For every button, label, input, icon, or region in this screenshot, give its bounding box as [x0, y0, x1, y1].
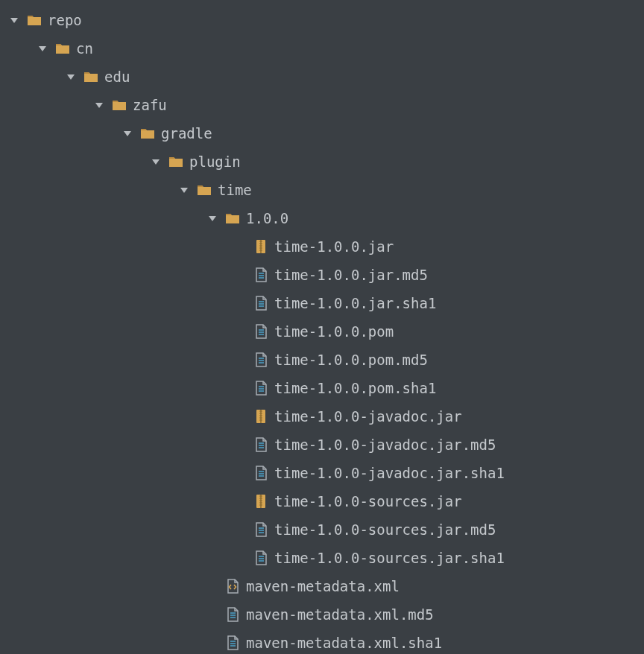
- svg-marker-6: [180, 188, 188, 193]
- arrow-placeholder: [204, 606, 221, 623]
- svg-marker-2: [67, 74, 75, 80]
- tree-row[interactable]: time-1.0.0-javadoc.jar.md5: [0, 431, 644, 459]
- file-icon: [252, 549, 270, 567]
- tree-row[interactable]: time-1.0.0.jar: [0, 232, 644, 261]
- expand-arrow-icon[interactable]: [91, 97, 107, 113]
- file-icon: [252, 294, 270, 312]
- tree-row[interactable]: time-1.0.0.pom.md5: [0, 346, 644, 374]
- tree-item-label: time-1.0.0-sources.jar.md5: [274, 521, 496, 538]
- file-icon: [224, 634, 242, 652]
- expand-arrow-icon[interactable]: [6, 12, 22, 28]
- tree-item-label: cn: [76, 40, 93, 57]
- tree-item-label: time-1.0.0.pom.md5: [274, 352, 428, 368]
- folder-icon: [167, 153, 185, 171]
- tree-item-label: time-1.0.0.jar.sha1: [274, 295, 436, 311]
- tree-item-label: time-1.0.0-javadoc.jar: [274, 408, 462, 425]
- tree-row[interactable]: time-1.0.0-sources.jar: [0, 487, 644, 515]
- tree-item-label: gradle: [161, 125, 212, 142]
- tree-row[interactable]: maven-metadata.xml.sha1: [0, 629, 644, 654]
- folder-icon: [224, 209, 242, 227]
- tree-item-label: plugin: [189, 153, 241, 170]
- expand-arrow-icon[interactable]: [176, 182, 192, 198]
- tree-row[interactable]: time-1.0.0-javadoc.jar.sha1: [0, 459, 644, 487]
- arrow-placeholder: [233, 408, 249, 425]
- tree-item-label: time-1.0.0-javadoc.jar.sha1: [274, 465, 505, 481]
- arrow-placeholder: [233, 436, 249, 453]
- expand-arrow-icon[interactable]: [63, 69, 79, 85]
- tree-item-label: time-1.0.0.jar.md5: [274, 267, 428, 283]
- tree-row[interactable]: repo: [0, 6, 644, 34]
- tree-item-label: 1.0.0: [246, 210, 288, 226]
- file-icon: [252, 351, 270, 369]
- tree-row[interactable]: plugin: [0, 147, 644, 176]
- arrow-placeholder: [204, 578, 221, 594]
- xml-icon: [224, 577, 242, 595]
- expand-arrow-icon[interactable]: [119, 125, 136, 142]
- tree-item-label: maven-metadata.xml: [246, 578, 400, 594]
- tree-row[interactable]: time-1.0.0.pom: [0, 317, 644, 346]
- tree-row[interactable]: 1.0.0: [0, 204, 644, 232]
- tree-item-label: edu: [104, 69, 130, 85]
- archive-icon: [252, 238, 270, 255]
- arrow-placeholder: [233, 493, 249, 509]
- tree-row[interactable]: time-1.0.0.pom.sha1: [0, 374, 644, 402]
- tree-item-label: time-1.0.0.pom.sha1: [274, 380, 436, 396]
- file-icon: [252, 464, 270, 482]
- tree-row[interactable]: maven-metadata.xml: [0, 572, 644, 600]
- folder-icon: [139, 124, 157, 142]
- tree-item-label: maven-metadata.xml.md5: [246, 606, 434, 623]
- arrow-placeholder: [204, 635, 221, 651]
- arrow-placeholder: [233, 323, 249, 340]
- arrow-placeholder: [233, 550, 249, 566]
- tree-row[interactable]: zafu: [0, 91, 644, 119]
- arrow-placeholder: [233, 238, 249, 255]
- folder-icon: [82, 68, 100, 86]
- archive-icon: [252, 492, 270, 510]
- tree-row[interactable]: time-1.0.0.jar.md5: [0, 261, 644, 289]
- arrow-placeholder: [233, 521, 249, 538]
- file-icon: [252, 323, 270, 340]
- file-icon: [252, 379, 270, 397]
- svg-marker-0: [10, 18, 18, 23]
- tree-item-label: time-1.0.0-sources.jar.sha1: [274, 550, 505, 566]
- folder-icon: [195, 181, 213, 199]
- arrow-placeholder: [233, 267, 249, 283]
- tree-row[interactable]: time-1.0.0.jar.sha1: [0, 289, 644, 317]
- tree-row[interactable]: cn: [0, 34, 644, 63]
- svg-marker-3: [95, 103, 103, 108]
- file-tree: repo cn edu zafu gradle plugin time 1.0.…: [0, 6, 644, 654]
- tree-row[interactable]: time-1.0.0-sources.jar.md5: [0, 515, 644, 544]
- arrow-placeholder: [233, 295, 249, 311]
- expand-arrow-icon[interactable]: [34, 40, 51, 57]
- tree-item-label: maven-metadata.xml.sha1: [246, 635, 442, 651]
- svg-marker-4: [124, 131, 131, 136]
- file-icon: [252, 436, 270, 454]
- tree-row[interactable]: time: [0, 176, 644, 204]
- tree-row[interactable]: maven-metadata.xml.md5: [0, 600, 644, 629]
- tree-item-label: time-1.0.0-javadoc.jar.md5: [274, 436, 496, 453]
- tree-row[interactable]: edu: [0, 63, 644, 91]
- folder-icon: [54, 39, 72, 57]
- file-icon: [252, 266, 270, 284]
- svg-marker-1: [39, 46, 46, 51]
- tree-item-label: time-1.0.0-sources.jar: [274, 493, 462, 509]
- tree-item-label: repo: [48, 12, 82, 28]
- file-icon: [224, 606, 242, 623]
- svg-marker-5: [152, 159, 160, 165]
- tree-item-label: time-1.0.0.jar: [274, 238, 394, 255]
- expand-arrow-icon[interactable]: [148, 153, 164, 170]
- arrow-placeholder: [233, 465, 249, 481]
- tree-item-label: time-1.0.0.pom: [274, 323, 394, 340]
- file-icon: [252, 521, 270, 539]
- arrow-placeholder: [233, 352, 249, 368]
- tree-row[interactable]: time-1.0.0-sources.jar.sha1: [0, 544, 644, 572]
- tree-row[interactable]: gradle: [0, 119, 644, 147]
- archive-icon: [252, 407, 270, 425]
- tree-item-label: zafu: [133, 97, 167, 113]
- folder-icon: [110, 96, 128, 114]
- svg-marker-7: [209, 216, 216, 221]
- folder-icon: [25, 11, 43, 29]
- arrow-placeholder: [233, 380, 249, 396]
- tree-row[interactable]: time-1.0.0-javadoc.jar: [0, 402, 644, 431]
- expand-arrow-icon[interactable]: [204, 210, 221, 226]
